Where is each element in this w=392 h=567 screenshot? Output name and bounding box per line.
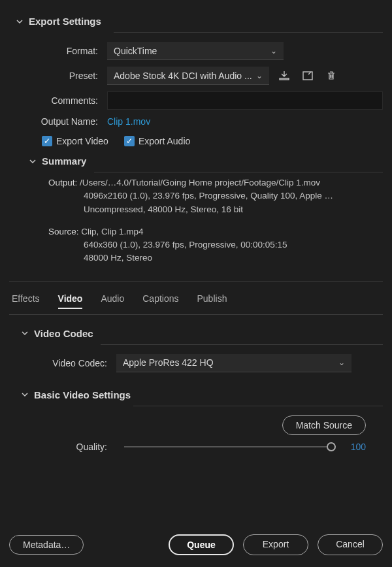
slider-thumb[interactable]	[327, 442, 336, 451]
summary-source-line1: Clip, Clip 1.mp4	[81, 227, 143, 236]
svg-rect-0	[303, 72, 312, 80]
summary-output: Output: /Users/…4.0/Tutorial/Going Home …	[48, 176, 372, 265]
tab-effects[interactable]: Effects	[12, 293, 40, 309]
summary-title: Summary	[42, 155, 86, 167]
summary-source-label: Source:	[48, 227, 79, 236]
chevron-down-icon	[21, 391, 29, 398]
export-audio-label: Export Audio	[139, 136, 190, 146]
video-codec-value: Apple ProRes 422 HQ	[123, 353, 214, 372]
summary-output-line2: 4096x2160 (1.0), 23.976 fps, Progressive…	[48, 189, 372, 202]
output-name-link[interactable]: Clip 1.mov	[107, 116, 150, 127]
export-settings-header[interactable]: Export Settings	[16, 16, 383, 27]
chevron-down-icon: ⌄	[270, 42, 277, 60]
tab-audio[interactable]: Audio	[101, 293, 124, 309]
export-video-checkbox[interactable]: ✓ Export Video	[42, 136, 108, 146]
tabs: Effects Video Audio Captions Publish	[9, 291, 383, 315]
comments-input[interactable]	[107, 91, 383, 110]
match-source-button[interactable]: Match Source	[282, 415, 366, 435]
chevron-down-icon: ⌄	[256, 67, 263, 85]
quality-value[interactable]: 100	[344, 442, 366, 452]
video-codec-label: Video Codec:	[18, 358, 116, 368]
trash-icon[interactable]	[323, 69, 340, 83]
summary-output-line3: Uncompressed, 48000 Hz, Stereo, 16 bit	[48, 203, 372, 216]
format-label: Format:	[9, 46, 107, 56]
format-value: QuickTime	[114, 42, 157, 60]
check-icon: ✓	[124, 136, 135, 146]
tab-publish[interactable]: Publish	[197, 293, 227, 309]
basic-video-header[interactable]: Basic Video Settings	[21, 389, 383, 400]
summary-output-path: /Users/…4.0/Tutorial/Going Home project/…	[80, 178, 320, 187]
chevron-down-icon	[21, 329, 29, 337]
preset-label: Preset:	[9, 71, 107, 81]
video-codec-select[interactable]: Apple ProRes 422 HQ ⌄	[116, 354, 351, 372]
basic-video-section-title: Basic Video Settings	[34, 389, 131, 400]
save-preset-icon[interactable]	[299, 69, 316, 83]
export-settings-title: Export Settings	[29, 16, 101, 27]
preset-select[interactable]: Adobe Stock 4K DCI with Audio ... ⌄	[107, 67, 269, 85]
summary-output-label: Output:	[48, 178, 77, 187]
export-button[interactable]: Export	[243, 534, 308, 555]
summary-header[interactable]: Summary	[29, 155, 383, 167]
cancel-button[interactable]: Cancel	[318, 534, 383, 555]
summary-source-line3: 48000 Hz, Stereo	[48, 251, 372, 265]
output-name-label: Output Name:	[9, 116, 107, 127]
preset-value: Adobe Stock 4K DCI with Audio ...	[114, 67, 252, 85]
tab-video[interactable]: Video	[58, 293, 83, 309]
tab-captions[interactable]: Captions	[142, 293, 178, 309]
metadata-button[interactable]: Metadata…	[9, 535, 84, 555]
video-codec-section-title: Video Codec	[34, 328, 93, 339]
chevron-down-icon	[29, 157, 37, 165]
video-codec-header[interactable]: Video Codec	[21, 328, 383, 339]
format-select[interactable]: QuickTime ⌄	[107, 42, 284, 60]
quality-label: Quality:	[18, 442, 116, 452]
chevron-down-icon: ⌄	[338, 353, 345, 372]
summary-source-line2: 640x360 (1.0), 23.976 fps, Progressive, …	[48, 238, 372, 251]
queue-button[interactable]: Queue	[169, 534, 234, 555]
export-video-label: Export Video	[56, 136, 108, 146]
chevron-down-icon	[16, 18, 24, 25]
check-icon: ✓	[42, 136, 52, 146]
import-preset-icon[interactable]	[276, 69, 293, 83]
quality-slider[interactable]	[124, 446, 336, 447]
comments-label: Comments:	[9, 95, 107, 106]
export-audio-checkbox[interactable]: ✓ Export Audio	[124, 136, 190, 146]
